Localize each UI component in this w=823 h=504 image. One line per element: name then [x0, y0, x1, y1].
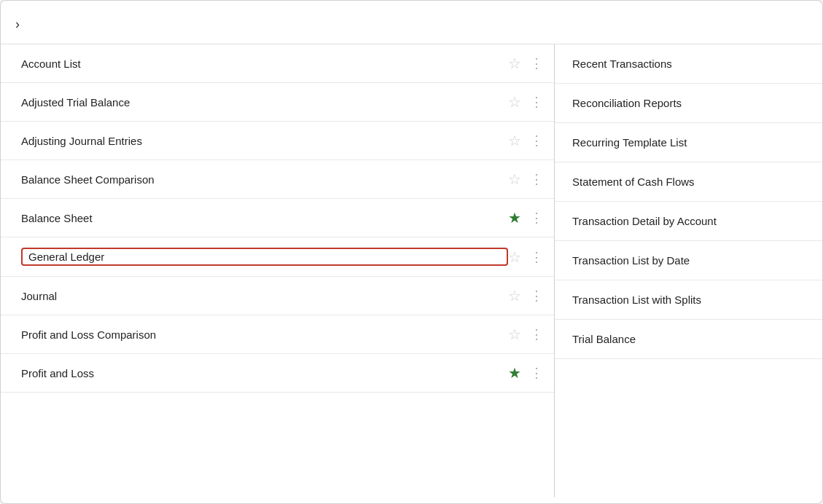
more-options-icon[interactable]: ⋮ [530, 249, 542, 265]
left-item-account-list[interactable]: Account List☆⋮ [1, 44, 554, 83]
right-item-trial-balance[interactable]: Trial Balance [555, 320, 822, 359]
right-panel: Recent TransactionsReconciliation Report… [555, 44, 822, 497]
star-empty-icon[interactable]: ☆ [508, 326, 521, 343]
label-adjusting-journal-entries: Adjusting Journal Entries [21, 135, 508, 147]
right-item-reconciliation-reports[interactable]: Reconciliation Reports [555, 84, 822, 123]
left-item-profit-and-loss-comparison[interactable]: Profit and Loss Comparison☆⋮ [1, 315, 554, 354]
label-general-ledger: General Ledger [21, 248, 508, 266]
label-recurring-template-list: Recurring Template List [572, 136, 687, 149]
label-trial-balance: Trial Balance [572, 333, 636, 345]
right-item-statement-of-cash-flows[interactable]: Statement of Cash Flows [555, 162, 822, 202]
more-options-icon[interactable]: ⋮ [530, 133, 542, 149]
right-item-recent-transactions[interactable]: Recent Transactions [555, 44, 822, 84]
left-item-profit-and-loss[interactable]: Profit and Loss★⋮ [1, 354, 554, 393]
more-options-icon[interactable]: ⋮ [530, 171, 542, 187]
left-item-adjusting-journal-entries[interactable]: Adjusting Journal Entries☆⋮ [1, 122, 554, 160]
label-transaction-list-with-splits: Transaction List with Splits [572, 294, 701, 306]
label-transaction-detail-by-account: Transaction Detail by Account [572, 215, 717, 227]
more-options-icon[interactable]: ⋮ [530, 288, 542, 304]
more-options-icon[interactable]: ⋮ [530, 365, 542, 381]
star-empty-icon[interactable]: ☆ [508, 55, 521, 72]
main-card: › Account List☆⋮Adjusted Trial Balance☆⋮… [0, 0, 823, 504]
more-options-icon[interactable]: ⋮ [530, 326, 542, 342]
label-profit-and-loss-comparison: Profit and Loss Comparison [21, 328, 508, 341]
star-empty-icon[interactable]: ☆ [508, 170, 521, 188]
label-balance-sheet-comparison: Balance Sheet Comparison [21, 173, 508, 186]
star-empty-icon[interactable]: ☆ [508, 287, 521, 304]
left-panel: Account List☆⋮Adjusted Trial Balance☆⋮Ad… [1, 44, 555, 497]
star-empty-icon[interactable]: ☆ [508, 93, 521, 111]
left-item-balance-sheet-comparison[interactable]: Balance Sheet Comparison☆⋮ [1, 160, 554, 199]
left-item-general-ledger[interactable]: General Ledger☆⋮ [1, 237, 554, 277]
left-item-adjusted-trial-balance[interactable]: Adjusted Trial Balance☆⋮ [1, 83, 554, 122]
star-empty-icon[interactable]: ☆ [508, 132, 521, 149]
expand-icon[interactable]: › [15, 17, 20, 32]
label-recent-transactions: Recent Transactions [572, 58, 672, 70]
right-item-recurring-template-list[interactable]: Recurring Template List [555, 123, 822, 162]
more-options-icon[interactable]: ⋮ [530, 210, 542, 226]
label-account-list: Account List [21, 58, 508, 70]
left-item-journal[interactable]: Journal☆⋮ [1, 277, 554, 315]
content-area: Account List☆⋮Adjusted Trial Balance☆⋮Ad… [1, 44, 822, 497]
label-adjusted-trial-balance: Adjusted Trial Balance [21, 96, 508, 109]
label-transaction-list-by-date: Transaction List by Date [572, 254, 690, 267]
label-journal: Journal [21, 290, 508, 302]
more-options-icon[interactable]: ⋮ [530, 55, 542, 71]
left-item-balance-sheet[interactable]: Balance Sheet★⋮ [1, 199, 554, 237]
star-filled-icon[interactable]: ★ [508, 364, 521, 382]
right-item-transaction-list-by-date[interactable]: Transaction List by Date [555, 241, 822, 280]
star-empty-icon[interactable]: ☆ [508, 248, 521, 266]
label-balance-sheet: Balance Sheet [21, 212, 508, 224]
right-item-transaction-detail-by-account[interactable]: Transaction Detail by Account [555, 202, 822, 241]
label-statement-of-cash-flows: Statement of Cash Flows [572, 176, 695, 188]
label-profit-and-loss: Profit and Loss [21, 367, 508, 379]
right-item-transaction-list-with-splits[interactable]: Transaction List with Splits [555, 280, 822, 320]
header: › [1, 1, 822, 44]
more-options-icon[interactable]: ⋮ [530, 94, 542, 110]
star-filled-icon[interactable]: ★ [508, 209, 521, 227]
label-reconciliation-reports: Reconciliation Reports [572, 97, 682, 109]
